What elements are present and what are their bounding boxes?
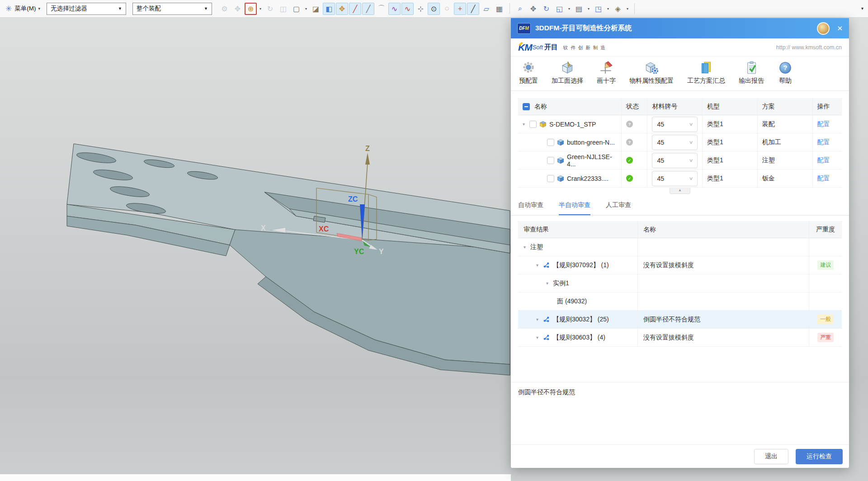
rotate-view-icon[interactable]: ↻ bbox=[540, 3, 552, 15]
review-row-rule-selected[interactable]: ▾ 【规则30032】 (25) 倒圆半径不符合规范 一般 bbox=[518, 311, 842, 329]
selection-filter-dropdown[interactable]: 无选择过滤器 ▼ bbox=[47, 3, 126, 15]
table-collapse-strip: ▲ bbox=[511, 188, 849, 195]
review-row-rule[interactable]: ▾ 【规则30603】 (4) 没有设置拔模斜度 严重 bbox=[518, 329, 842, 347]
material-select[interactable]: 45 ∨ bbox=[652, 153, 698, 168]
status-pending-icon: ? bbox=[626, 121, 633, 127]
line-point-tool-icon[interactable]: ╱ bbox=[362, 3, 374, 15]
configure-link[interactable]: 配置 bbox=[817, 156, 830, 165]
view-cube-icon[interactable]: ◳ bbox=[592, 3, 604, 15]
point-tool-icon[interactable]: ⊹ bbox=[415, 3, 427, 15]
app-menu-icon[interactable]: ✳ bbox=[5, 4, 12, 14]
zoom-region-icon[interactable]: ⌕ bbox=[514, 3, 526, 15]
rule-icon bbox=[543, 316, 550, 323]
circle-dashed-icon[interactable]: ◌ bbox=[441, 3, 453, 15]
material-select[interactable]: 45 ∨ bbox=[652, 117, 698, 132]
slash-tool-icon[interactable]: ╱ bbox=[467, 3, 479, 15]
draw-cross-button[interactable]: 画十字 bbox=[597, 60, 616, 85]
selection-scope-dropdown[interactable]: 整个装配 ▼ bbox=[132, 3, 212, 15]
rect-select-icon[interactable]: ▢ bbox=[290, 3, 302, 15]
xc-axis-label: XC bbox=[319, 225, 329, 233]
expand-caret-icon[interactable]: ▾ bbox=[524, 245, 530, 250]
review-row-instance[interactable]: ▾ 实例1 bbox=[518, 274, 842, 292]
assembly-constraints-icon[interactable]: ⚙ bbox=[218, 3, 231, 15]
fit-caret-icon[interactable]: ▾ bbox=[566, 7, 572, 11]
row-checkbox[interactable] bbox=[547, 157, 554, 164]
sheet-tool-icon[interactable]: ▱ bbox=[480, 3, 492, 15]
cube-caret-icon[interactable]: ▾ bbox=[605, 7, 611, 11]
plus-tool-icon[interactable]: ＋ bbox=[454, 3, 466, 15]
selection-filter-value: 无选择过滤器 bbox=[51, 5, 87, 13]
shaded-edges-view-icon[interactable]: ◧ bbox=[323, 3, 335, 15]
tab-manual-review[interactable]: 人工审查 bbox=[606, 196, 631, 215]
configure-link[interactable]: 配置 bbox=[817, 120, 830, 128]
help-button[interactable]: ? 帮助 bbox=[778, 60, 793, 85]
pattern-component-icon[interactable]: ↻ bbox=[264, 3, 276, 15]
table-row[interactable]: Crank22333.... ✓ 45 ∨ 类型1 钣金 配置 bbox=[518, 170, 842, 188]
zc-axis-label: ZC bbox=[348, 195, 358, 203]
table-row[interactable]: button-green-N... ? 45 ∨ 类型1 机加工 配置 bbox=[518, 133, 842, 151]
line-tool-icon[interactable]: ╱ bbox=[349, 3, 361, 15]
select-all-checkbox[interactable] bbox=[523, 103, 530, 110]
tab-auto-review[interactable]: 自动审查 bbox=[518, 196, 543, 215]
perspective-caret-icon[interactable]: ▾ bbox=[625, 7, 630, 11]
output-report-button[interactable]: 输出报告 bbox=[739, 60, 764, 85]
process-plan-summary-button[interactable]: 工艺方案汇总 bbox=[687, 60, 725, 85]
select-caret-icon[interactable]: ▾ bbox=[303, 7, 309, 11]
circle-tool-icon[interactable]: ⊙ bbox=[428, 3, 440, 15]
arc-tool-icon[interactable]: ⌒ bbox=[375, 3, 387, 15]
render-style-icon[interactable]: ▤ bbox=[573, 3, 585, 15]
toolbar-overflow-caret[interactable]: ▾ bbox=[861, 6, 863, 11]
material-preconfig-button[interactable]: 物料属性预配置 bbox=[629, 60, 674, 85]
table-row[interactable]: Green-NJL1SE-4... ✓ 45 ∨ 类型1 注塑 配置 bbox=[518, 151, 842, 170]
datum-grid-icon[interactable]: ▦ bbox=[493, 3, 505, 15]
expand-caret-icon[interactable]: ▾ bbox=[536, 317, 543, 322]
review-row-group[interactable]: ▾ 注塑 bbox=[518, 238, 842, 256]
row-checkbox[interactable] bbox=[547, 139, 554, 146]
table-row[interactable]: ▾ S-DEMO-1_STP ? 45 ∨ 类型1 装配 配置 bbox=[518, 115, 842, 133]
rule-icon bbox=[543, 334, 550, 341]
machining-face-select-button[interactable]: 加工面选择 bbox=[552, 60, 583, 85]
z-axis-label: Z bbox=[365, 145, 370, 152]
configure-link[interactable]: 配置 bbox=[817, 174, 830, 183]
status-ok-icon: ✓ bbox=[626, 157, 633, 164]
render-caret-icon[interactable]: ▾ bbox=[586, 7, 591, 11]
pan-view-icon[interactable]: ✥ bbox=[527, 3, 539, 15]
x-axis-label: X bbox=[261, 224, 266, 232]
review-row-rule[interactable]: ▾ 【规则307092】 (1) 没有设置拔模斜度 建议 bbox=[518, 256, 842, 274]
fit-curve-icon[interactable]: ∿ bbox=[401, 3, 414, 15]
dfm-panel: DFM 3DDFM-开目可制造性分析系统 ✕ KM Soft 开目 软件创新制造… bbox=[511, 18, 849, 468]
filter-caret-icon[interactable]: ▾ bbox=[258, 7, 263, 11]
expand-caret-icon[interactable]: ▾ bbox=[546, 281, 553, 286]
fit-view-icon[interactable]: ◱ bbox=[553, 3, 566, 15]
row-checkbox[interactable] bbox=[529, 121, 537, 128]
row-checkbox[interactable] bbox=[547, 175, 554, 182]
studio-spline-icon[interactable]: ∿ bbox=[388, 3, 401, 15]
material-select[interactable]: 45 ∨ bbox=[652, 135, 698, 150]
panel-title: 3DDFM-开目可制造性分析系统 bbox=[535, 24, 632, 33]
snap-point-icon[interactable]: ✥ bbox=[336, 3, 348, 15]
material-select[interactable]: 45 ∨ bbox=[652, 171, 698, 186]
tab-semi-auto-review[interactable]: 半自动审查 bbox=[559, 196, 590, 215]
filter-funnel-icon[interactable]: ⊕ bbox=[245, 3, 257, 15]
toolbar-separator bbox=[634, 3, 635, 14]
close-icon[interactable]: ✕ bbox=[837, 24, 843, 33]
brand-row: KM Soft 开目 软件创新制造 http:// www.kmsoft.com… bbox=[511, 38, 849, 57]
preconfig-button[interactable]: 预配置 bbox=[519, 60, 538, 85]
menu-caret-icon: ▾ bbox=[38, 6, 41, 11]
exit-button[interactable]: 退出 bbox=[754, 449, 788, 464]
run-check-button[interactable]: 运行检查 bbox=[796, 449, 843, 464]
review-table-header: 审查结果 名称 严重度 bbox=[518, 221, 842, 238]
mirror-assembly-icon[interactable]: ◫ bbox=[277, 3, 289, 15]
move-component-icon[interactable]: ✥ bbox=[231, 3, 244, 15]
expand-caret-icon[interactable]: ▾ bbox=[536, 335, 543, 340]
review-table: 审查结果 名称 严重度 ▾ 注塑 ▾ 【规则3070 bbox=[518, 221, 842, 347]
avatar[interactable] bbox=[817, 22, 830, 35]
collapse-button[interactable]: ▲ bbox=[670, 188, 690, 194]
expand-caret-icon[interactable]: ▾ bbox=[523, 122, 529, 127]
menu-button[interactable]: 菜单(M) ▾ bbox=[14, 5, 40, 13]
review-row-face[interactable]: 面 (49032) bbox=[518, 292, 842, 311]
configure-link[interactable]: 配置 bbox=[817, 138, 830, 146]
expand-caret-icon[interactable]: ▾ bbox=[536, 263, 543, 268]
shaded-view-icon[interactable]: ◪ bbox=[310, 3, 322, 15]
perspective-icon[interactable]: ◈ bbox=[612, 3, 624, 15]
